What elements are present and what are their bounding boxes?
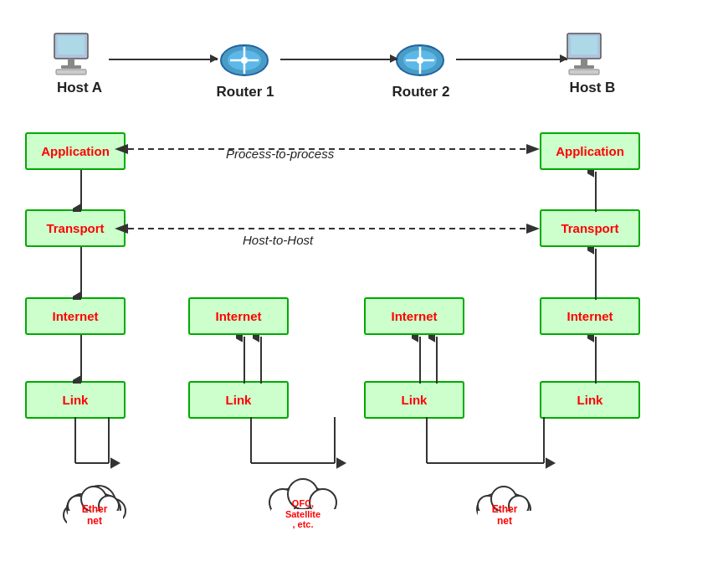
cloud-ethernet-right: Ether net bbox=[467, 469, 542, 536]
arrow-router2-hostb bbox=[456, 59, 567, 60]
router2-link-internet-right-arrow bbox=[428, 335, 445, 384]
hostb-application-label: Application bbox=[556, 144, 624, 158]
host-b-label: Host B bbox=[559, 80, 626, 96]
svg-point-14 bbox=[417, 57, 423, 64]
svg-rect-16 bbox=[571, 36, 597, 54]
hosta-internet-label: Internet bbox=[52, 309, 98, 323]
svg-rect-1 bbox=[58, 36, 85, 54]
hostb-internet-box: Internet bbox=[540, 297, 640, 335]
hostb-application-box: Application bbox=[540, 132, 640, 170]
svg-rect-4 bbox=[56, 70, 86, 75]
router1-link-internet-right-arrow bbox=[253, 335, 269, 384]
host-to-host-label: Host-to-Host bbox=[243, 233, 313, 247]
host-to-host-arrow bbox=[124, 220, 544, 237]
router2-label: Router 2 bbox=[383, 84, 459, 100]
hosta-transport-box: Transport bbox=[25, 209, 126, 247]
hostb-internet-transport-arrow bbox=[587, 247, 604, 300]
host-a-label: Host A bbox=[46, 80, 113, 96]
router1-link-box: Link bbox=[188, 381, 289, 419]
svg-rect-2 bbox=[68, 59, 74, 65]
router2-icon bbox=[389, 35, 452, 89]
network-diagram: Host A Router 1 Router 2 bbox=[0, 0, 728, 582]
router1-link-internet-left-arrow bbox=[236, 335, 253, 384]
svg-point-9 bbox=[241, 57, 248, 64]
hostb-transport-box: Transport bbox=[540, 209, 640, 247]
process-to-process-label: Process-to-process bbox=[226, 147, 334, 161]
hosta-application-label: Application bbox=[41, 144, 110, 158]
hostb-transport-label: Transport bbox=[561, 221, 618, 235]
hosta-internet-box: Internet bbox=[25, 297, 126, 335]
svg-text:OFC,: OFC, bbox=[292, 498, 314, 508]
hosta-transport-internet-arrow bbox=[73, 247, 90, 300]
hosta-link-label: Link bbox=[63, 393, 89, 407]
svg-rect-17 bbox=[581, 59, 587, 65]
hosta-transport-label: Transport bbox=[46, 221, 104, 235]
svg-rect-19 bbox=[569, 70, 599, 75]
svg-text:, etc.: , etc. bbox=[292, 519, 313, 529]
svg-text:Ether: Ether bbox=[82, 503, 108, 515]
hosta-internet-link-arrow bbox=[73, 335, 90, 384]
router2-link-box: Link bbox=[364, 381, 464, 419]
svg-text:net: net bbox=[87, 515, 102, 527]
hostb-internet-label: Internet bbox=[567, 309, 613, 323]
router2-link-internet-left-arrow bbox=[412, 335, 428, 384]
hostb-link-box: Link bbox=[540, 381, 640, 419]
arrow-hosta-router1 bbox=[109, 59, 218, 60]
svg-text:net: net bbox=[497, 515, 512, 527]
svg-text:Ether: Ether bbox=[492, 503, 518, 515]
router1-internet-label: Internet bbox=[215, 309, 261, 323]
router1-icon bbox=[213, 35, 276, 89]
hosta-application-box: Application bbox=[25, 132, 126, 170]
hosta-app-transport-arrow bbox=[73, 170, 90, 212]
svg-rect-18 bbox=[574, 65, 594, 69]
router2-internet-box: Internet bbox=[364, 297, 464, 335]
arrow-router1-router2 bbox=[280, 59, 397, 60]
router1-label: Router 1 bbox=[208, 84, 283, 100]
hostb-link-label: Link bbox=[577, 393, 603, 407]
router1-internet-box: Internet bbox=[188, 297, 289, 335]
router2-internet-label: Internet bbox=[391, 309, 437, 323]
cloud-ethernet-left: Ether net bbox=[57, 469, 132, 536]
cloud-ofc-satellite: OFC, Satellite , etc. bbox=[259, 461, 347, 536]
router1-link-label: Link bbox=[226, 393, 252, 407]
router2-link-label: Link bbox=[402, 393, 428, 407]
svg-rect-3 bbox=[61, 65, 81, 69]
svg-text:Satellite: Satellite bbox=[285, 509, 320, 519]
hosta-link-box: Link bbox=[25, 381, 126, 419]
hostb-link-internet-arrow bbox=[587, 335, 604, 384]
hostb-transport-app-arrow bbox=[587, 170, 604, 212]
